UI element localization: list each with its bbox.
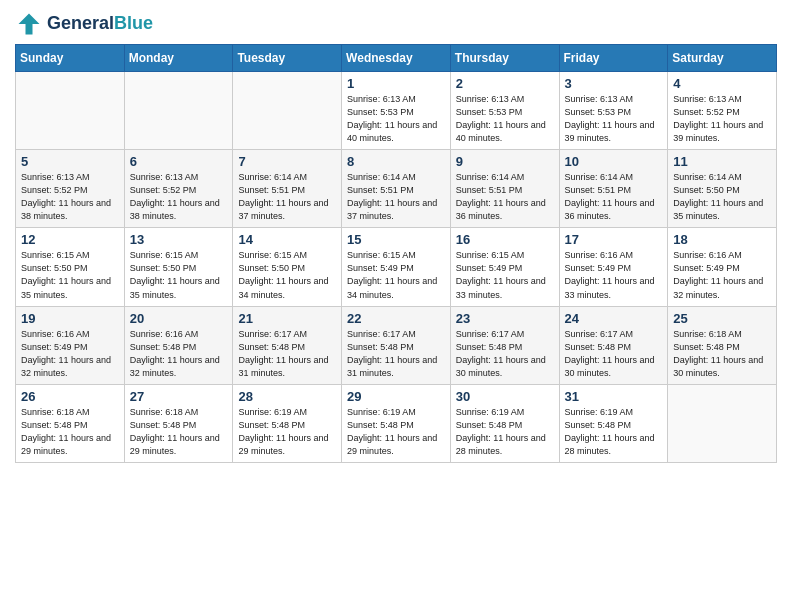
day-number: 4 [673, 76, 771, 91]
day-number: 19 [21, 311, 119, 326]
day-number: 31 [565, 389, 663, 404]
calendar-cell: 16Sunrise: 6:15 AM Sunset: 5:49 PM Dayli… [450, 228, 559, 306]
day-info: Sunrise: 6:15 AM Sunset: 5:49 PM Dayligh… [456, 249, 554, 301]
calendar-cell: 29Sunrise: 6:19 AM Sunset: 5:48 PM Dayli… [342, 384, 451, 462]
day-info: Sunrise: 6:14 AM Sunset: 5:50 PM Dayligh… [673, 171, 771, 223]
day-info: Sunrise: 6:15 AM Sunset: 5:50 PM Dayligh… [21, 249, 119, 301]
calendar-cell: 21Sunrise: 6:17 AM Sunset: 5:48 PM Dayli… [233, 306, 342, 384]
logo-text: GeneralBlue [47, 14, 153, 34]
calendar-cell: 26Sunrise: 6:18 AM Sunset: 5:48 PM Dayli… [16, 384, 125, 462]
day-number: 25 [673, 311, 771, 326]
calendar-cell: 24Sunrise: 6:17 AM Sunset: 5:48 PM Dayli… [559, 306, 668, 384]
day-number: 21 [238, 311, 336, 326]
calendar-cell: 8Sunrise: 6:14 AM Sunset: 5:51 PM Daylig… [342, 150, 451, 228]
day-info: Sunrise: 6:15 AM Sunset: 5:50 PM Dayligh… [130, 249, 228, 301]
calendar-cell: 4Sunrise: 6:13 AM Sunset: 5:52 PM Daylig… [668, 72, 777, 150]
day-number: 26 [21, 389, 119, 404]
day-number: 14 [238, 232, 336, 247]
logo-icon [15, 10, 43, 38]
calendar-cell: 11Sunrise: 6:14 AM Sunset: 5:50 PM Dayli… [668, 150, 777, 228]
calendar-cell: 2Sunrise: 6:13 AM Sunset: 5:53 PM Daylig… [450, 72, 559, 150]
weekday-header-saturday: Saturday [668, 45, 777, 72]
day-info: Sunrise: 6:16 AM Sunset: 5:49 PM Dayligh… [21, 328, 119, 380]
day-info: Sunrise: 6:13 AM Sunset: 5:52 PM Dayligh… [21, 171, 119, 223]
day-info: Sunrise: 6:13 AM Sunset: 5:53 PM Dayligh… [565, 93, 663, 145]
day-number: 13 [130, 232, 228, 247]
day-info: Sunrise: 6:14 AM Sunset: 5:51 PM Dayligh… [565, 171, 663, 223]
day-info: Sunrise: 6:14 AM Sunset: 5:51 PM Dayligh… [238, 171, 336, 223]
calendar-cell: 23Sunrise: 6:17 AM Sunset: 5:48 PM Dayli… [450, 306, 559, 384]
calendar-cell: 15Sunrise: 6:15 AM Sunset: 5:49 PM Dayli… [342, 228, 451, 306]
day-info: Sunrise: 6:13 AM Sunset: 5:52 PM Dayligh… [673, 93, 771, 145]
calendar-cell: 17Sunrise: 6:16 AM Sunset: 5:49 PM Dayli… [559, 228, 668, 306]
calendar-cell: 28Sunrise: 6:19 AM Sunset: 5:48 PM Dayli… [233, 384, 342, 462]
day-info: Sunrise: 6:17 AM Sunset: 5:48 PM Dayligh… [456, 328, 554, 380]
calendar-cell: 30Sunrise: 6:19 AM Sunset: 5:48 PM Dayli… [450, 384, 559, 462]
day-number: 3 [565, 76, 663, 91]
calendar-cell: 20Sunrise: 6:16 AM Sunset: 5:48 PM Dayli… [124, 306, 233, 384]
calendar-cell: 19Sunrise: 6:16 AM Sunset: 5:49 PM Dayli… [16, 306, 125, 384]
day-number: 1 [347, 76, 445, 91]
weekday-header-tuesday: Tuesday [233, 45, 342, 72]
day-number: 27 [130, 389, 228, 404]
calendar-cell: 31Sunrise: 6:19 AM Sunset: 5:48 PM Dayli… [559, 384, 668, 462]
day-info: Sunrise: 6:16 AM Sunset: 5:48 PM Dayligh… [130, 328, 228, 380]
calendar-cell: 6Sunrise: 6:13 AM Sunset: 5:52 PM Daylig… [124, 150, 233, 228]
day-number: 23 [456, 311, 554, 326]
day-info: Sunrise: 6:16 AM Sunset: 5:49 PM Dayligh… [565, 249, 663, 301]
calendar-cell: 7Sunrise: 6:14 AM Sunset: 5:51 PM Daylig… [233, 150, 342, 228]
page-header: GeneralBlue [15, 10, 777, 38]
calendar-cell: 22Sunrise: 6:17 AM Sunset: 5:48 PM Dayli… [342, 306, 451, 384]
day-number: 8 [347, 154, 445, 169]
logo: GeneralBlue [15, 10, 153, 38]
calendar-cell: 12Sunrise: 6:15 AM Sunset: 5:50 PM Dayli… [16, 228, 125, 306]
day-number: 12 [21, 232, 119, 247]
day-info: Sunrise: 6:17 AM Sunset: 5:48 PM Dayligh… [565, 328, 663, 380]
calendar-cell [124, 72, 233, 150]
weekday-header-wednesday: Wednesday [342, 45, 451, 72]
calendar-table: SundayMondayTuesdayWednesdayThursdayFrid… [15, 44, 777, 463]
calendar-cell [668, 384, 777, 462]
day-info: Sunrise: 6:13 AM Sunset: 5:53 PM Dayligh… [456, 93, 554, 145]
day-number: 30 [456, 389, 554, 404]
calendar-cell: 18Sunrise: 6:16 AM Sunset: 5:49 PM Dayli… [668, 228, 777, 306]
calendar-cell: 9Sunrise: 6:14 AM Sunset: 5:51 PM Daylig… [450, 150, 559, 228]
day-number: 17 [565, 232, 663, 247]
calendar-cell: 1Sunrise: 6:13 AM Sunset: 5:53 PM Daylig… [342, 72, 451, 150]
weekday-header-monday: Monday [124, 45, 233, 72]
day-number: 29 [347, 389, 445, 404]
day-info: Sunrise: 6:19 AM Sunset: 5:48 PM Dayligh… [238, 406, 336, 458]
calendar-cell: 3Sunrise: 6:13 AM Sunset: 5:53 PM Daylig… [559, 72, 668, 150]
day-number: 10 [565, 154, 663, 169]
day-number: 24 [565, 311, 663, 326]
day-info: Sunrise: 6:19 AM Sunset: 5:48 PM Dayligh… [347, 406, 445, 458]
day-number: 9 [456, 154, 554, 169]
day-info: Sunrise: 6:18 AM Sunset: 5:48 PM Dayligh… [673, 328, 771, 380]
weekday-header-sunday: Sunday [16, 45, 125, 72]
calendar-cell: 10Sunrise: 6:14 AM Sunset: 5:51 PM Dayli… [559, 150, 668, 228]
day-info: Sunrise: 6:14 AM Sunset: 5:51 PM Dayligh… [456, 171, 554, 223]
day-number: 20 [130, 311, 228, 326]
day-number: 11 [673, 154, 771, 169]
calendar-cell [233, 72, 342, 150]
calendar-cell: 14Sunrise: 6:15 AM Sunset: 5:50 PM Dayli… [233, 228, 342, 306]
day-number: 5 [21, 154, 119, 169]
day-number: 7 [238, 154, 336, 169]
day-info: Sunrise: 6:18 AM Sunset: 5:48 PM Dayligh… [21, 406, 119, 458]
calendar-cell [16, 72, 125, 150]
day-number: 16 [456, 232, 554, 247]
calendar-cell: 25Sunrise: 6:18 AM Sunset: 5:48 PM Dayli… [668, 306, 777, 384]
svg-marker-0 [19, 14, 40, 35]
weekday-header-friday: Friday [559, 45, 668, 72]
day-info: Sunrise: 6:17 AM Sunset: 5:48 PM Dayligh… [238, 328, 336, 380]
day-info: Sunrise: 6:15 AM Sunset: 5:49 PM Dayligh… [347, 249, 445, 301]
day-info: Sunrise: 6:15 AM Sunset: 5:50 PM Dayligh… [238, 249, 336, 301]
day-info: Sunrise: 6:18 AM Sunset: 5:48 PM Dayligh… [130, 406, 228, 458]
day-info: Sunrise: 6:13 AM Sunset: 5:53 PM Dayligh… [347, 93, 445, 145]
day-number: 28 [238, 389, 336, 404]
calendar-cell: 13Sunrise: 6:15 AM Sunset: 5:50 PM Dayli… [124, 228, 233, 306]
day-info: Sunrise: 6:19 AM Sunset: 5:48 PM Dayligh… [565, 406, 663, 458]
calendar-cell: 5Sunrise: 6:13 AM Sunset: 5:52 PM Daylig… [16, 150, 125, 228]
day-info: Sunrise: 6:19 AM Sunset: 5:48 PM Dayligh… [456, 406, 554, 458]
day-number: 2 [456, 76, 554, 91]
